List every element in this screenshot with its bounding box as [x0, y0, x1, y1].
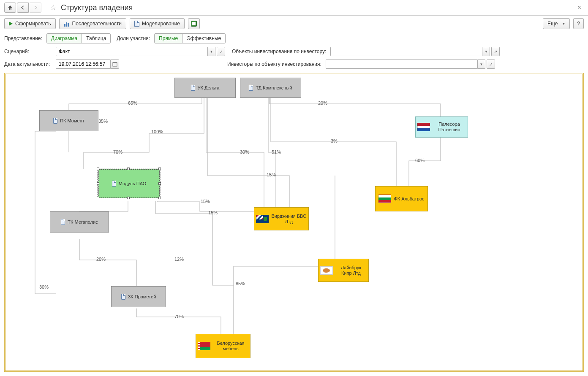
calendar-button[interactable]	[111, 60, 119, 69]
view-table-tab[interactable]: Таблица	[82, 34, 110, 43]
flag-bulgaria-icon	[378, 195, 391, 203]
node-lainbruk[interactable]: Лайнбрук Кипр Лтд	[318, 259, 369, 282]
objects-by-investor-open[interactable]: ↗	[491, 47, 500, 56]
app-window: ☆ Структура владения × Сформировать Посл…	[0, 0, 588, 376]
node-label: ТД Комплексный	[256, 85, 292, 91]
node-tk-megapolis[interactable]: ТК Мегаполис	[50, 211, 109, 233]
node-uk-delta[interactable]: УК Дельта	[174, 78, 236, 98]
node-palesora[interactable]: Палесора Патнешип	[415, 116, 468, 138]
forward-button[interactable]	[30, 3, 41, 13]
shares-direct-tab[interactable]: Прямые	[155, 34, 182, 43]
resize-handle[interactable]	[97, 182, 99, 185]
scenario-input[interactable]	[56, 47, 208, 56]
investors-by-object-combo: ▼ ↗	[326, 60, 495, 69]
book-icon	[191, 21, 197, 27]
edge-15a: 15%	[267, 172, 276, 177]
help-button-label: ?	[577, 21, 580, 27]
node-bel-mebel[interactable]: Белорусская мебель	[196, 334, 250, 358]
form-button[interactable]: Сформировать	[4, 18, 56, 29]
document-icon	[121, 294, 125, 300]
edge-60: 60%	[415, 158, 425, 163]
modeling-button-label: Моделирование	[142, 21, 180, 27]
scenario-open[interactable]: ↗	[217, 47, 225, 56]
modeling-button[interactable]: Моделирование	[130, 18, 185, 29]
node-pk-moment[interactable]: ПК Момент	[39, 110, 98, 131]
resize-handle[interactable]	[158, 182, 161, 185]
resize-handle[interactable]	[97, 197, 99, 199]
filter-row-3: Дата актуальности: Инвесторы по объекту …	[0, 58, 588, 70]
shares-label: Доли участия:	[117, 35, 150, 41]
svg-rect-1	[113, 62, 117, 63]
flag-belarus-icon	[198, 342, 210, 350]
objects-by-investor-dropdown[interactable]: ▼	[482, 47, 490, 56]
node-td-kompleksny[interactable]: ТД Комплексный	[240, 78, 301, 98]
flag-netherlands-icon	[417, 123, 430, 131]
nav-group	[17, 3, 42, 13]
edge-35: 35%	[98, 119, 108, 124]
date-input[interactable]	[56, 60, 111, 69]
node-fk-albatros[interactable]: ФК Альбатрос	[375, 186, 428, 211]
date-input-group	[56, 60, 119, 69]
favorite-button[interactable]: ☆	[48, 3, 58, 13]
edge-20b: 20%	[96, 257, 106, 262]
investors-by-object-dropdown[interactable]: ▼	[478, 60, 485, 69]
node-modul-pao[interactable]: Модуль ПАО	[98, 169, 160, 198]
objects-by-investor-input[interactable]	[330, 47, 482, 56]
date-label: Дата актуальности:	[4, 61, 52, 67]
edge-70: 70%	[113, 149, 122, 154]
edge-20: 20%	[318, 100, 327, 105]
reference-button[interactable]	[188, 18, 200, 29]
node-label: ПК Момент	[60, 118, 84, 124]
filter-row-2: Сценарий: ▼ ↗ Объекты инвестирования по …	[0, 45, 588, 58]
edge-70b: 70%	[174, 314, 184, 319]
edge-51: 51%	[272, 149, 281, 154]
page-title: Структура владения	[61, 3, 575, 12]
edge-15b: 15%	[201, 199, 210, 204]
help-button[interactable]: ?	[573, 18, 584, 29]
scenario-combo: ▼ ↗	[56, 47, 225, 56]
resize-handle[interactable]	[158, 168, 161, 170]
node-zk-prometey[interactable]: ЗК Прометей	[111, 286, 166, 307]
filter-row-1: Представление: Диаграмма Таблица Доли уч…	[0, 32, 588, 45]
more-button-label: Еще	[547, 21, 558, 27]
investors-by-object-open[interactable]: ↗	[487, 60, 495, 69]
flag-cyprus-icon	[320, 266, 333, 275]
more-button[interactable]: Еще	[543, 18, 570, 29]
edge-30b: 30%	[39, 284, 49, 289]
resize-handle[interactable]	[127, 168, 130, 170]
close-button[interactable]: ×	[575, 4, 584, 11]
document-icon	[134, 21, 139, 27]
edge-30: 30%	[240, 149, 249, 154]
edge-3: 3%	[331, 138, 338, 143]
flag-bvi-icon	[256, 215, 269, 223]
home-button[interactable]	[4, 3, 16, 13]
document-icon	[53, 118, 57, 124]
edge-100: 100%	[151, 129, 163, 134]
back-button[interactable]	[17, 3, 29, 13]
node-label: ТК Мегаполис	[68, 219, 98, 225]
sequences-button[interactable]: Последовательности	[59, 18, 126, 29]
diagram-canvas[interactable]: 65% 35% 20% 100% 70% 30% 51% 3% 60% 15% …	[4, 73, 584, 372]
view-diagram-tab[interactable]: Диаграмма	[47, 34, 82, 43]
edge-15c: 15%	[208, 210, 218, 215]
resize-handle[interactable]	[127, 197, 130, 199]
node-virginia-bvo[interactable]: Вирджиния БВО Лтд	[254, 207, 309, 230]
scenario-label: Сценарий:	[4, 49, 52, 54]
resize-handle[interactable]	[97, 168, 99, 170]
titlebar: ☆ Структура владения ×	[0, 0, 588, 16]
sequences-button-label: Последовательности	[72, 21, 122, 27]
node-label: Модуль ПАО	[119, 181, 147, 187]
resize-handle[interactable]	[158, 197, 161, 199]
scenario-dropdown[interactable]: ▼	[208, 47, 215, 56]
play-icon	[9, 22, 13, 26]
node-label: Белорусская мебель	[213, 341, 248, 351]
investors-by-object-input[interactable]	[326, 60, 478, 69]
shares-effective-tab[interactable]: Эффективные	[182, 34, 225, 43]
edge-85: 85%	[236, 281, 245, 286]
node-label: Палесора Патнешип	[433, 122, 466, 132]
node-label: ФК Альбатрос	[394, 196, 424, 202]
canvas-wrap: 65% 35% 20% 100% 70% 30% 51% 3% 60% 15% …	[0, 70, 588, 376]
edge-65: 65%	[128, 100, 137, 105]
document-icon	[61, 219, 65, 225]
document-icon	[249, 85, 253, 91]
